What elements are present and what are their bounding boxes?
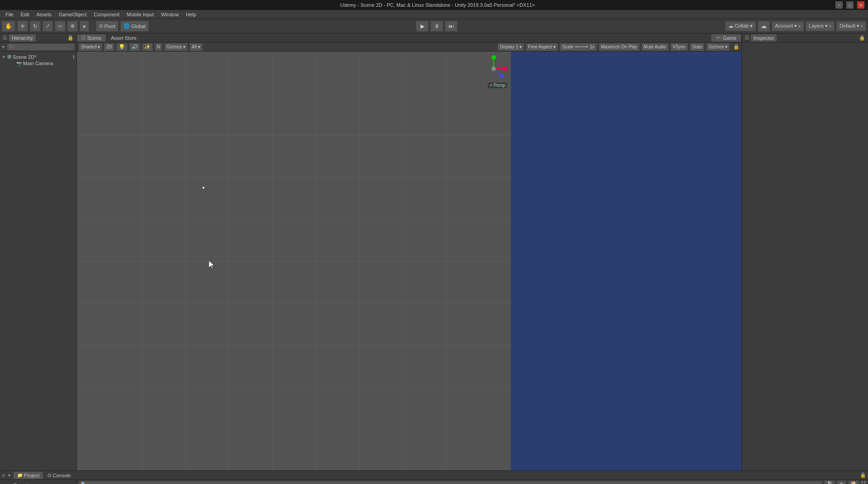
rotate-tool-button[interactable]: ↻ [30, 21, 41, 32]
play-button[interactable]: ▶ [416, 21, 429, 32]
menu-help[interactable]: Help [182, 11, 200, 18]
move-tool-button[interactable]: ✛ [17, 21, 28, 32]
custom-tool-button[interactable]: ● [80, 21, 89, 32]
game-gizmos-dropdown[interactable]: Gizmos ▾ [706, 43, 730, 51]
minimize-button[interactable]: − [835, 1, 843, 9]
scene-icon: ⊞ [7, 54, 11, 60]
game-tab[interactable]: 🎮 Game [711, 34, 741, 42]
scene-dot [203, 187, 204, 189]
layers-dropdown[interactable]: Layers ▾ ▾ [806, 21, 835, 31]
step-button[interactable]: ⏭ [445, 21, 458, 32]
inspector-tab[interactable]: Inspector [751, 34, 777, 42]
bottom-panel: ≡ + 📁 Project ⊡ Console 🔒 ▶ ★ Favorites … [0, 470, 868, 484]
pivot-button[interactable]: ⊙ Pivot [96, 21, 118, 32]
project-search[interactable] [79, 481, 822, 484]
grid-v-3 [229, 52, 229, 470]
svg-point-6 [491, 66, 496, 71]
inspector-menu-icon[interactable]: ☰ [745, 35, 749, 41]
favorites-item[interactable]: ▶ ★ Favorites [2, 482, 75, 484]
menu-gameobject[interactable]: GameObject [55, 11, 90, 18]
hierarchy-menu-icon[interactable]: ☰ [3, 35, 7, 41]
close-button[interactable]: ✕ [857, 1, 864, 9]
default-dropdown[interactable]: Default ▾ ▾ [836, 21, 866, 31]
menu-component[interactable]: Component [90, 11, 123, 18]
game-tab-label: Game [723, 35, 736, 41]
rect-tool-button[interactable]: ▭ [55, 21, 66, 32]
menu-window[interactable]: Window [157, 11, 182, 18]
pause-button[interactable]: ⏸ [430, 21, 443, 32]
collab-dropdown[interactable]: ☁ Collab ▾ [725, 21, 756, 31]
all-dropdown[interactable]: All ▾ [189, 43, 203, 51]
window-controls[interactable]: − □ ✕ [835, 1, 864, 9]
menu-assets[interactable]: Assets [33, 11, 55, 18]
default-chevron: ▾ [861, 24, 863, 28]
account-dropdown[interactable]: Account ▾ ▾ [772, 21, 804, 31]
hierarchy-search[interactable] [7, 43, 75, 51]
scene-name: Scene 2D* [13, 54, 37, 60]
game-lock-icon[interactable]: 🔒 [733, 44, 740, 50]
hierarchy-tab[interactable]: Hierarchy [9, 34, 36, 42]
maximize-on-play[interactable]: Maximize On Play [599, 43, 640, 51]
inspector-body [742, 43, 868, 470]
bottom-add-button[interactable]: + [8, 472, 11, 479]
hierarchy-panel: ☰ Hierarchy 🔒 + ▼ ⊞ Scene 2D* ℹ 📷 Main C… [0, 33, 77, 470]
project-tab[interactable]: 📁 Project [14, 472, 43, 479]
svg-point-5 [500, 74, 504, 78]
console-tab[interactable]: ⊡ Console [44, 472, 74, 479]
2d-label: 2D [106, 44, 112, 49]
aspect-dropdown[interactable]: Free Aspect ▾ [526, 43, 558, 51]
scene-gizmo [480, 55, 507, 82]
collab-label: Collab ▾ [735, 23, 753, 29]
cloud-button[interactable]: ☁ [758, 21, 770, 32]
all-label: All ▾ [192, 44, 200, 49]
vsync-label: VSync [673, 44, 686, 49]
menu-edit[interactable]: Edit [17, 11, 33, 18]
bottom-settings-icon[interactable]: ≡ [2, 472, 5, 479]
gizmos-dropdown[interactable]: Gizmos ▾ [164, 43, 188, 51]
menu-file[interactable]: File [2, 11, 17, 18]
svg-point-1 [503, 66, 507, 71]
scale-value: 1x [590, 44, 594, 49]
shaded-dropdown[interactable]: Shaded ▾ [79, 43, 102, 51]
vsync-button[interactable]: VSync [670, 43, 688, 51]
persp-label: < Persp [488, 82, 507, 88]
bottom-lock-icon[interactable]: 🔒 [860, 472, 866, 478]
inspector-lock-icon[interactable]: 🔒 [859, 35, 865, 41]
scene-game-tabs: ⬡ Scene Asset Store 🎮 Game [77, 33, 741, 43]
global-button[interactable]: 🌐 Global [120, 21, 149, 32]
scene-lights-button[interactable]: 💡 [116, 43, 127, 51]
display-dropdown[interactable]: Display 1 ▾ [497, 43, 524, 51]
maximize-button[interactable]: □ [846, 1, 854, 9]
hierarchy-add-icon[interactable]: + [2, 44, 5, 50]
grid-v-5 [316, 52, 316, 470]
camera-icon: 📷 [16, 61, 22, 66]
save-scene-button[interactable]: 💾 [824, 480, 835, 484]
project-tab-label: Project [24, 473, 39, 478]
global-icon: 🌐 [123, 23, 130, 29]
camera-item[interactable]: 📷 Main Camera [2, 60, 75, 66]
scale-text: Scale [562, 44, 573, 49]
toggle-preview-button[interactable]: 👁 [837, 480, 846, 484]
scene-tab[interactable]: ⬡ Scene [77, 34, 106, 42]
scene-audio-button[interactable]: 🔊 [129, 43, 140, 51]
scale-label: Scale ⟵⟶ 1x [560, 43, 597, 51]
hand-tool-button[interactable]: ✋ [2, 21, 15, 32]
mute-audio-button[interactable]: Mute Audio [642, 43, 669, 51]
scale-tool-button[interactable]: ⤢ [42, 21, 53, 32]
hierarchy-lock-icon[interactable]: 🔒 [67, 35, 74, 41]
scene-view[interactable]: < Persp [77, 52, 511, 470]
stats-button[interactable]: Stats [690, 43, 705, 51]
svg-point-3 [491, 55, 496, 60]
scene-item[interactable]: ▼ ⊞ Scene 2D* ℹ [2, 53, 75, 60]
pivot-label: Pivot [104, 24, 115, 29]
combined-tool-button[interactable]: ⊕ [67, 21, 78, 32]
collab-icon: ☁ [728, 23, 733, 29]
stats-label: Stats [692, 44, 703, 49]
2d-button[interactable]: 2D [104, 43, 114, 51]
scene-effects-button[interactable]: ✨ [142, 43, 153, 51]
scene-nav-button[interactable]: N [155, 43, 162, 51]
asset-store-tab[interactable]: Asset Store [106, 34, 142, 42]
toggle-packages-button[interactable]: 📦 [848, 480, 859, 484]
game-view[interactable] [511, 52, 741, 470]
menu-mobile-input[interactable]: Mobile Input [123, 11, 157, 18]
